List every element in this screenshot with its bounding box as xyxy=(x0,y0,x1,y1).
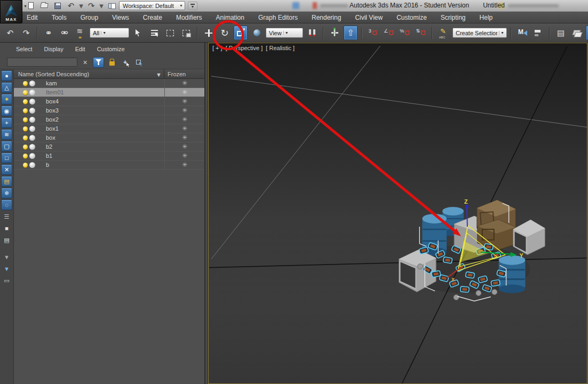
percent-snap-button[interactable]: %Ω xyxy=(398,26,412,40)
align-button[interactable] xyxy=(531,26,545,40)
frozen-toggle-icon[interactable]: ✳ xyxy=(182,143,187,150)
object-name[interactable]: box xyxy=(46,134,164,141)
viewport-pov-menu[interactable]: [ Perspective ] xyxy=(226,45,263,51)
unlink-selection-button[interactable]: ⚮ xyxy=(58,26,71,40)
angle-snap-button[interactable]: ∠Ω xyxy=(382,26,396,40)
column-header-name[interactable]: Name (Sorted Descending) ▼ xyxy=(14,69,164,78)
menu-create[interactable]: Create xyxy=(143,14,162,21)
object-name[interactable]: box2 xyxy=(46,116,164,123)
visibility-bulb-icon[interactable] xyxy=(23,108,28,113)
viewport-canvas[interactable]: Z Y x xyxy=(209,43,587,383)
display-space-warps-icon[interactable]: ≋ xyxy=(1,129,12,140)
select-object-button[interactable] xyxy=(131,26,145,40)
metal-crate-object[interactable] xyxy=(513,220,545,255)
rectangular-selection-region-button[interactable] xyxy=(163,26,177,40)
viewport-general-menu[interactable]: [ + ] xyxy=(212,45,223,51)
chevron-down-icon[interactable]: ▼ xyxy=(101,31,107,35)
open-file-button[interactable] xyxy=(39,1,50,11)
display-all-icon[interactable]: ■ xyxy=(1,223,12,234)
frozen-toggle-icon[interactable]: ✳ xyxy=(182,152,187,159)
menu-graph-editors[interactable]: Graph Editors xyxy=(258,14,298,21)
menu-group[interactable]: Group xyxy=(81,14,98,21)
display-helpers-icon[interactable]: + xyxy=(1,117,12,128)
visibility-bulb-icon[interactable] xyxy=(23,99,28,104)
chevron-down-icon[interactable]: ▼ xyxy=(283,31,290,35)
toggle-ribbon-button[interactable] xyxy=(570,26,584,40)
save-button[interactable] xyxy=(52,1,63,11)
project-folder-button[interactable] xyxy=(106,1,117,11)
small-sphere-object[interactable] xyxy=(454,295,459,300)
object-name[interactable]: Item01 xyxy=(46,89,164,95)
selected-prop-object[interactable] xyxy=(443,257,452,263)
toggle-layer-explorer-button[interactable] xyxy=(586,26,588,40)
undo-button[interactable]: ↶ xyxy=(66,1,76,11)
reference-coordinate-system-dropdown[interactable]: View▼ xyxy=(266,28,303,38)
menu-modifiers[interactable]: Modifiers xyxy=(176,14,202,21)
select-children-button[interactable]: + xyxy=(120,57,131,68)
pick-from-scene-button[interactable] xyxy=(133,57,144,68)
menu-edit[interactable]: Edit xyxy=(27,14,38,21)
new-file-button[interactable] xyxy=(26,1,36,11)
undo-icon[interactable]: ↶ xyxy=(3,26,17,40)
viewport-shading-menu[interactable]: [ Realistic ] xyxy=(266,45,295,51)
workspace-dropdown[interactable]: Workspace: Default ▼ xyxy=(119,1,185,10)
mirror-button[interactable] xyxy=(515,26,529,40)
select-by-name-button[interactable] xyxy=(147,26,161,40)
display-xrefs-icon[interactable]: ▤ xyxy=(1,176,12,187)
edit-named-selection-sets-button[interactable] xyxy=(436,26,450,40)
menu-tools[interactable]: Tools xyxy=(52,14,67,21)
redo-flyout-arrow[interactable]: ▾ xyxy=(99,1,104,11)
frozen-toggle-icon[interactable]: ✳ xyxy=(182,116,187,123)
explorer-row-box1[interactable]: box1✳ xyxy=(14,124,204,133)
search-input[interactable] xyxy=(7,58,77,67)
visibility-bulb-icon[interactable] xyxy=(23,135,28,140)
display-frozen-icon[interactable]: ❄ xyxy=(1,188,12,198)
perspective-viewport[interactable]: [ + ] [ Perspective ] [ Realistic ] xyxy=(208,43,587,384)
visibility-bulb-icon[interactable] xyxy=(23,163,28,167)
explorer-row-b[interactable]: b✳ xyxy=(14,161,204,170)
object-name[interactable]: box3 xyxy=(46,107,164,114)
object-name[interactable]: b2 xyxy=(46,143,164,150)
bind-to-space-warp-button[interactable] xyxy=(74,26,88,40)
small-sphere-object[interactable] xyxy=(492,290,497,295)
selection-filter-dropdown[interactable]: All▼ xyxy=(90,28,129,38)
sort-mode-icon[interactable]: ▭ xyxy=(1,275,12,286)
display-hidden-icon[interactable]: ◌ xyxy=(1,199,12,210)
explorer-menu-customize[interactable]: Customize xyxy=(97,46,125,52)
explorer-row-kam[interactable]: kam✳ xyxy=(14,79,204,88)
display-cameras-icon[interactable]: ◉ xyxy=(1,106,12,116)
explorer-row-box4[interactable]: box4✳ xyxy=(14,97,204,106)
display-lights-icon[interactable]: ✶ xyxy=(1,94,12,105)
filter-combinations-icon[interactable]: ▼ xyxy=(1,263,12,274)
sort-descending-icon[interactable]: ▼ xyxy=(156,71,162,78)
display-bones-icon[interactable]: ✕ xyxy=(1,164,12,175)
select-and-link-button[interactable]: ⚭ xyxy=(42,26,55,40)
spinner-snap-button[interactable]: ⇅Ω xyxy=(414,26,428,40)
toolbar-overflow-button[interactable]: ▼ xyxy=(188,2,197,10)
menu-animation[interactable]: Animation xyxy=(216,14,244,21)
snaps-toggle-button[interactable]: 3Ω xyxy=(366,26,380,40)
menu-rendering[interactable]: Rendering xyxy=(312,14,341,21)
selected-prop-object[interactable] xyxy=(465,271,474,278)
explorer-row-b1[interactable]: b1✳ xyxy=(14,151,204,161)
column-header-frozen[interactable]: Frozen xyxy=(164,69,204,78)
select-and-scale-button[interactable] xyxy=(234,26,248,40)
explorer-menu-edit[interactable]: Edit xyxy=(75,46,85,52)
display-none-icon[interactable]: ☰ xyxy=(1,211,12,222)
selection-filter-icon[interactable]: ▼ xyxy=(1,252,12,262)
frozen-toggle-icon[interactable]: ✳ xyxy=(182,98,187,105)
frozen-toggle-icon[interactable]: ✳ xyxy=(182,125,187,132)
explorer-row-b2[interactable]: b2✳ xyxy=(14,142,204,151)
undo-flyout-arrow[interactable]: ▾ xyxy=(79,1,83,11)
selected-prop-object[interactable] xyxy=(431,270,440,277)
clear-search-button[interactable]: × xyxy=(80,57,91,68)
frozen-toggle-icon[interactable]: ✳ xyxy=(182,79,187,87)
select-and-place-button[interactable] xyxy=(250,26,264,40)
redo-icon[interactable]: ↷ xyxy=(19,26,33,40)
select-and-rotate-button[interactable]: ↻ xyxy=(218,26,232,40)
selected-prop-object[interactable] xyxy=(460,286,470,292)
small-sphere-object[interactable] xyxy=(476,291,481,296)
object-name[interactable]: b xyxy=(46,162,164,168)
object-name[interactable]: kam xyxy=(46,80,164,86)
explorer-menu-display[interactable]: Display xyxy=(44,46,63,52)
